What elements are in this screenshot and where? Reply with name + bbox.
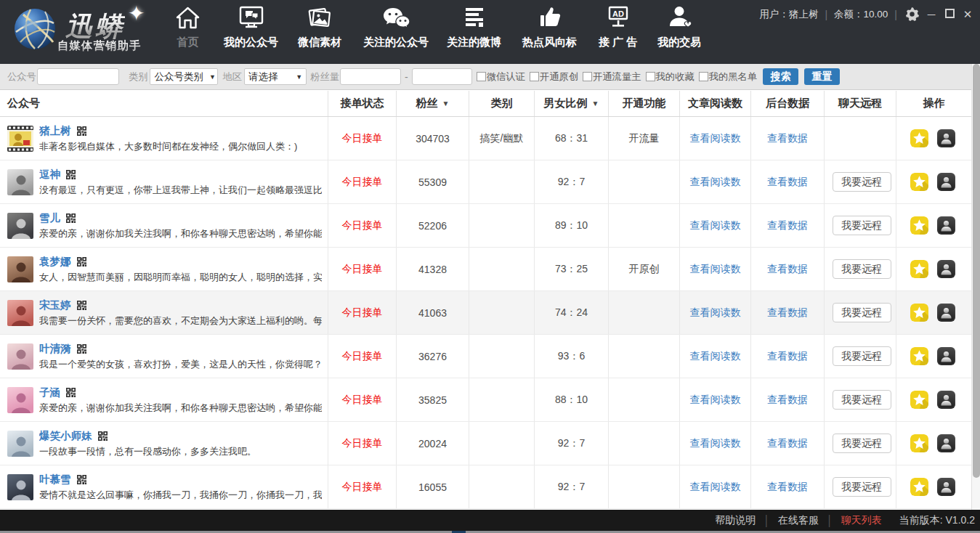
- favorite-star-button[interactable]: [910, 434, 928, 452]
- scrollbar-thumb[interactable]: [973, 64, 980, 478]
- account-name-link[interactable]: 宋玉婷: [39, 298, 71, 312]
- category-select[interactable]: 公众号类别 ▼: [150, 68, 218, 85]
- checkbox-my-blacklist[interactable]: 我的黑名单: [699, 70, 757, 84]
- order-status-cell: 今日接单: [328, 291, 397, 334]
- minimize-button[interactable]: ─: [926, 8, 937, 20]
- search-button[interactable]: 搜索: [763, 68, 798, 85]
- article-reads-cell: 查看阅读数: [680, 204, 751, 247]
- contact-button[interactable]: [937, 478, 955, 496]
- view-reads-link[interactable]: 查看阅读数: [690, 176, 741, 189]
- chat-list-link[interactable]: 聊天列表: [841, 514, 882, 527]
- nav-item-my-transactions[interactable]: 我的交易: [648, 2, 710, 49]
- favorite-star-button[interactable]: [910, 173, 928, 191]
- account-name-link[interactable]: 爆笑小师妹: [39, 429, 92, 443]
- checkbox-wechat-verified[interactable]: 微信认证: [477, 70, 525, 84]
- view-data-link[interactable]: 查看数据: [767, 350, 808, 363]
- account-name-link[interactable]: 雪儿: [39, 211, 60, 225]
- account-name-link[interactable]: 逗神: [39, 168, 60, 182]
- nav-item-followed-accounts[interactable]: 关注的公众号: [354, 2, 438, 49]
- contact-button[interactable]: [937, 434, 955, 452]
- qr-code-icon[interactable]: [66, 170, 76, 179]
- view-reads-link[interactable]: 查看阅读数: [690, 350, 741, 363]
- view-reads-link[interactable]: 查看阅读数: [690, 132, 741, 145]
- view-reads-link[interactable]: 查看阅读数: [690, 481, 741, 494]
- contact-button[interactable]: [937, 304, 955, 322]
- nav-item-followed-weibo[interactable]: 关注的微博: [437, 2, 511, 49]
- remote-chat-button[interactable]: 我要远程: [833, 259, 891, 279]
- view-data-link[interactable]: 查看数据: [767, 176, 808, 189]
- nav-item-wechat-materials[interactable]: 微信素材: [288, 2, 351, 49]
- view-reads-link[interactable]: 查看阅读数: [690, 263, 741, 276]
- nav-item-hot-trends[interactable]: 热点风向标: [513, 2, 586, 49]
- contact-button[interactable]: [937, 173, 955, 191]
- contact-button[interactable]: [937, 129, 955, 147]
- qr-code-icon[interactable]: [77, 344, 86, 354]
- contact-button[interactable]: [937, 391, 955, 409]
- favorite-star-button[interactable]: [910, 478, 928, 496]
- qr-code-icon[interactable]: [66, 213, 76, 223]
- remote-chat-button[interactable]: 我要远程: [833, 216, 891, 235]
- qr-code-icon[interactable]: [77, 126, 86, 136]
- remote-chat-cell: 我要远程: [825, 291, 896, 334]
- view-reads-link[interactable]: 查看阅读数: [690, 219, 741, 232]
- fans-min-input[interactable]: [340, 68, 401, 85]
- qr-code-icon[interactable]: [77, 301, 86, 310]
- remote-chat-button[interactable]: 我要远程: [833, 172, 891, 192]
- view-data-link[interactable]: 查看数据: [767, 132, 808, 145]
- nav-item-my-accounts[interactable]: 我的公众号: [214, 2, 288, 49]
- nav-item-accept-ads[interactable]: AD 接 广 告: [589, 2, 647, 49]
- remote-chat-cell: 我要远程: [825, 422, 896, 465]
- qr-code-icon[interactable]: [66, 388, 76, 397]
- reset-button[interactable]: 重置: [804, 68, 840, 85]
- account-filter-input[interactable]: [37, 68, 119, 85]
- nav-item-home[interactable]: 首页: [165, 2, 211, 49]
- close-button[interactable]: ✕: [962, 8, 973, 21]
- remote-chat-button[interactable]: 我要远程: [833, 346, 891, 366]
- account-name-link[interactable]: 子涵: [39, 386, 60, 399]
- view-data-link[interactable]: 查看数据: [767, 437, 808, 450]
- remote-chat-button[interactable]: 我要远程: [833, 303, 891, 322]
- account-name-link[interactable]: 袁梦娜: [39, 255, 71, 269]
- view-data-link[interactable]: 查看数据: [767, 306, 808, 320]
- favorite-star-button[interactable]: [910, 304, 928, 322]
- favorite-star-button[interactable]: [910, 347, 928, 365]
- qr-code-icon[interactable]: [77, 257, 86, 266]
- contact-button[interactable]: [937, 216, 955, 235]
- favorite-star-button[interactable]: [910, 216, 928, 235]
- view-data-link[interactable]: 查看数据: [767, 219, 808, 232]
- favorite-star-button[interactable]: [910, 391, 928, 409]
- checkbox-my-favorites[interactable]: 我的收藏: [646, 70, 694, 84]
- account-name-row: 袁梦娜: [39, 254, 322, 269]
- view-data-link[interactable]: 查看数据: [767, 481, 808, 494]
- view-reads-link[interactable]: 查看阅读数: [690, 394, 741, 407]
- account-name-link[interactable]: 叶慕雪: [39, 473, 71, 487]
- view-reads-link[interactable]: 查看阅读数: [690, 306, 741, 320]
- remote-chat-button[interactable]: 我要远程: [833, 434, 891, 453]
- col-header-fans[interactable]: 粉丝▼: [397, 91, 469, 116]
- col-header-gender-ratio[interactable]: 男女比例▼: [535, 91, 609, 116]
- backend-data-cell: 查看数据: [751, 291, 825, 334]
- favorite-star-button[interactable]: [910, 260, 928, 278]
- checkbox-traffic-enabled[interactable]: 开通流量主: [583, 70, 641, 84]
- fans-max-input[interactable]: [412, 68, 472, 85]
- maximize-button[interactable]: [944, 8, 955, 20]
- view-reads-link[interactable]: 查看阅读数: [690, 437, 741, 450]
- account-name-link[interactable]: 猪上树: [39, 124, 71, 138]
- view-data-link[interactable]: 查看数据: [767, 263, 808, 276]
- remote-chat-button[interactable]: 我要远程: [833, 390, 891, 410]
- account-name-link[interactable]: 叶清漪: [39, 342, 71, 356]
- help-link[interactable]: 帮助说明: [715, 514, 756, 527]
- view-data-link[interactable]: 查看数据: [767, 394, 808, 407]
- contact-button[interactable]: [937, 347, 955, 365]
- operations-cell: [896, 465, 971, 508]
- checkbox-original-enabled[interactable]: 开通原创: [530, 70, 578, 84]
- online-service-link[interactable]: 在线客服: [778, 514, 819, 527]
- region-select[interactable]: 请选择 ▼: [244, 68, 307, 85]
- vertical-scrollbar[interactable]: [971, 64, 980, 510]
- qr-code-icon[interactable]: [77, 475, 86, 484]
- favorite-star-button[interactable]: [910, 129, 928, 147]
- settings-gear-icon[interactable]: [905, 7, 919, 21]
- contact-button[interactable]: [937, 260, 955, 278]
- remote-chat-button[interactable]: 我要远程: [833, 477, 891, 497]
- qr-code-icon[interactable]: [98, 431, 108, 441]
